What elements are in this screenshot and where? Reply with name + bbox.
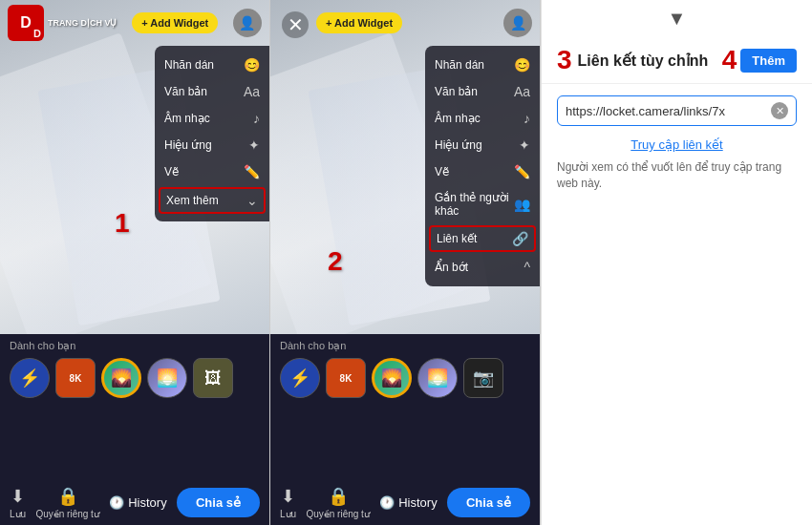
chevron-down-icon: ⌄ (246, 193, 258, 208)
chevron-up-icon: ^ (524, 260, 530, 275)
menu-hieuung[interactable]: Hiệu ứng ✦ (155, 132, 269, 158)
vanban-icon: Aa (244, 84, 260, 99)
menu-nhandan[interactable]: Nhãn dán 😊 (155, 52, 269, 78)
amnhac-icon-2: ♪ (524, 111, 530, 126)
hieuung-icon-2: ✦ (519, 137, 530, 153)
clear-url-button[interactable]: ✕ (771, 102, 788, 119)
menu2-nhandan[interactable]: Nhãn dán 😊 (425, 52, 540, 78)
right-menu-2: Nhãn dán 😊 Văn bản Aa Âm nhạc ♪ Hiệu ứng… (425, 46, 540, 286)
brand-text: TRANG DỊCH VỤ (48, 18, 118, 29)
menu-ve[interactable]: Vẽ ✏️ (155, 158, 269, 185)
history-icon-2: 🕐 (379, 495, 395, 510)
luu-icon: ⬇ (11, 486, 25, 507)
history-icon: 🕐 (109, 495, 124, 510)
arrow-icon: ▼ (668, 8, 687, 30)
url-input[interactable] (566, 104, 765, 118)
ve-icon-2: ✏️ (514, 164, 530, 179)
top-bar: D TRANG DỊCH VỤ + Add Widget 👤 (0, 0, 269, 46)
luu-button-2[interactable]: ⬇ Lưu (280, 486, 296, 519)
history-button-2[interactable]: 🕐 History (379, 495, 437, 510)
danhcho-label-2: Dành cho bạn (270, 334, 540, 354)
sticker-photo-3[interactable]: 🌄 (372, 358, 412, 398)
chia-se-button-2[interactable]: Chia sẻ (447, 488, 530, 517)
sticker-bolt[interactable]: ⚡ (10, 358, 50, 398)
link-icon: 🔗 (512, 231, 528, 246)
quyen-rieng-tu-button-2[interactable]: 🔒 Quyền riêng tư (306, 486, 369, 519)
sticker-frame[interactable]: 🖼 (193, 358, 233, 398)
sticker-frame-2[interactable]: 📷 (463, 358, 503, 398)
vanban-icon-2: Aa (514, 84, 530, 99)
step-4-badge: 4 (722, 45, 737, 75)
panel-title: Liên kết tùy chỉnh (578, 52, 709, 70)
menu2-gan-the[interactable]: Gắn thẻ người khác 👥 (425, 185, 540, 223)
lock-icon: 🔒 (57, 486, 78, 507)
luu-button[interactable]: ⬇ Lưu (10, 486, 26, 519)
url-input-row: ✕ (557, 95, 797, 126)
logo-area: D TRANG DỊCH VỤ (8, 5, 118, 41)
add-widget-button-2[interactable]: + Add Widget (316, 12, 402, 33)
menu2-hieuung[interactable]: Hiệu ứng ✦ (425, 132, 540, 158)
logo-icon: D (8, 5, 44, 41)
luu-icon-2: ⬇ (281, 486, 295, 507)
helper-text: Người xem có thể vuốt lên để truy cập tr… (542, 156, 812, 196)
web-header: 3 Liên kết tùy chỉnh 4 Thêm (542, 30, 812, 84)
bottom-toolbar-2: ⬇ Lưu 🔒 Quyền riêng tư 🕐 History Chia sẻ (270, 480, 540, 525)
hieuung-icon: ✦ (248, 137, 260, 153)
menu2-an-bot[interactable]: Ẩn bớt ^ (425, 254, 540, 281)
sticker-8k[interactable]: 8K (55, 358, 96, 398)
person-icon: 👥 (514, 197, 530, 212)
sticker-photo-4[interactable]: 🌅 (417, 358, 458, 398)
amnhac-icon: ♪ (253, 111, 260, 126)
add-widget-button[interactable]: + Add Widget (132, 12, 218, 33)
avatar[interactable]: 👤 (233, 9, 262, 37)
chia-se-button[interactable]: Chia sẻ (177, 488, 260, 517)
bottom-area-1: Dành cho bạn ⚡ 8K 🌄 🌅 🖼 ⬇ Lưu 🔒 Quyền ri… (0, 334, 269, 525)
avatar-2[interactable]: 👤 (503, 9, 532, 37)
panel-1: D TRANG DỊCH VỤ + Add Widget 👤 Nhãn dán … (0, 0, 270, 525)
step-1-badge: 1 (115, 208, 130, 239)
menu2-ve[interactable]: Vẽ ✏️ (425, 158, 540, 185)
menu2-amnhac[interactable]: Âm nhạc ♪ (425, 105, 540, 132)
right-menu: Nhãn dán 😊 Văn bản Aa Âm nhạc ♪ Hiệu ứng… (155, 46, 269, 221)
sticker-row: ⚡ 8K 🌄 🌅 🖼 (0, 354, 269, 402)
truy-cap-link[interactable]: Truy cập liên kết (542, 137, 812, 152)
sticker-photo-1[interactable]: 🌄 (101, 358, 141, 398)
nhandan-icon-2: 😊 (514, 57, 530, 73)
menu2-lien-ket[interactable]: Liên kết 🔗 (429, 225, 536, 252)
menu2-vanban[interactable]: Văn bản Aa (425, 78, 540, 105)
nhandan-icon: 😊 (244, 57, 260, 73)
bottom-area-2: Dành cho bạn ⚡ 8K 🌄 🌅 📷 ⬇ Lưu 🔒 Quyền ri… (270, 334, 540, 525)
menu-vanban[interactable]: Văn bản Aa (155, 78, 269, 105)
top-bar-2: + Add Widget 👤 (270, 0, 540, 46)
them-button[interactable]: Thêm (740, 49, 797, 73)
step-2-badge: 2 (328, 246, 343, 277)
ve-icon: ✏️ (244, 164, 260, 179)
menu-amnhac[interactable]: Âm nhạc ♪ (155, 105, 269, 132)
history-button[interactable]: 🕐 History (109, 495, 166, 510)
close-button[interactable]: ✕ (282, 11, 309, 38)
step-3-badge: 3 (557, 45, 572, 75)
bottom-toolbar-1: ⬇ Lưu 🔒 Quyền riêng tư 🕐 History Chia sẻ (0, 480, 269, 525)
danhcho-label: Dành cho bạn (0, 334, 269, 354)
panel-arrow: ▼ (542, 0, 812, 30)
sticker-8k-2[interactable]: 8K (326, 358, 366, 398)
sticker-photo-2[interactable]: 🌅 (147, 358, 187, 398)
panel-3-web: ▼ 3 Liên kết tùy chỉnh 4 Thêm ✕ Truy cập… (541, 0, 812, 525)
quyen-rieng-tu-button[interactable]: 🔒 Quyền riêng tư (35, 486, 98, 519)
menu-xem-them[interactable]: Xem thêm ⌄ (159, 187, 266, 214)
sticker-bolt-2[interactable]: ⚡ (280, 358, 320, 398)
sticker-row-2: ⚡ 8K 🌄 🌅 📷 (270, 354, 540, 402)
lock-icon-2: 🔒 (328, 486, 349, 507)
panel-2: ✕ + Add Widget 👤 Nhãn dán 😊 Văn bản Aa Â… (270, 0, 541, 525)
